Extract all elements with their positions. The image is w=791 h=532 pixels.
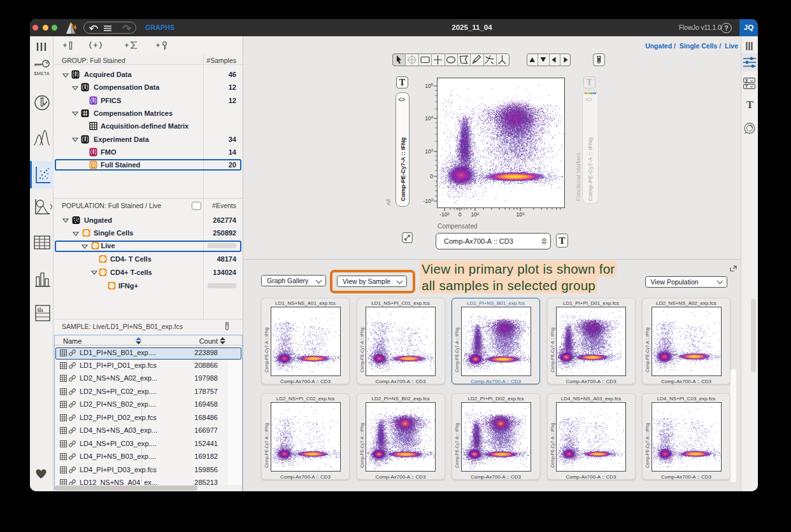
svg-text:Y: Y [745,84,748,88]
svg-text:-103: -103 [423,198,433,204]
svg-text:0: 0 [459,211,462,218]
svg-text:103: 103 [517,211,525,218]
svg-text:104: 104 [425,115,433,122]
svg-text:0: 0 [430,173,433,179]
svg-text:-102: -102 [439,211,450,218]
svg-text:103: 103 [425,148,433,155]
svg-text:X: X [745,78,748,83]
svg-text:102: 102 [471,211,480,218]
svg-text:105: 105 [425,83,433,89]
